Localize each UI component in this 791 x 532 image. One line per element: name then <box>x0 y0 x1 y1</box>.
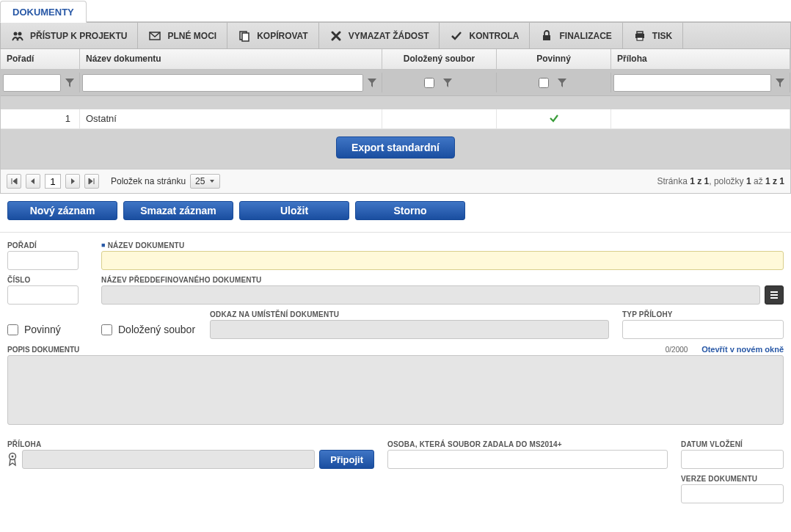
table-row[interactable]: 1 Ostatní <box>1 109 790 129</box>
svg-point-0 <box>14 32 18 35</box>
checkbox-dolozeny[interactable] <box>101 324 112 335</box>
input-verze[interactable] <box>681 484 784 503</box>
export-button[interactable]: Export standardní <box>336 136 455 158</box>
delete-record-button[interactable]: Smazat záznam <box>123 201 233 220</box>
col-header-priloha[interactable]: Příloha <box>611 49 790 69</box>
filter-dolozeny-checkbox[interactable] <box>424 78 434 88</box>
svg-rect-9 <box>770 291 778 293</box>
input-datum-vlozeni[interactable] <box>681 450 784 469</box>
pager-info: Stránka 1 z 1, položky 1 až 1 z 1 <box>657 176 784 186</box>
filter-priloha-input[interactable] <box>613 74 771 92</box>
input-typ-prilohy[interactable] <box>622 320 784 339</box>
filter-poradi-input[interactable] <box>3 74 61 92</box>
cell-povinny <box>497 109 611 128</box>
checkbox-povinny[interactable] <box>7 324 18 335</box>
toolbar-finalizace[interactable]: FINALIZACE <box>530 23 622 48</box>
copy-icon <box>238 29 251 43</box>
toolbar-kontrola[interactable]: KONTROLA <box>440 23 530 48</box>
toolbar-plnemoci[interactable]: PLNÉ MOCI <box>138 23 227 48</box>
toolbar-label: VYMAZAT ŽÁDOST <box>349 31 429 41</box>
col-header-poradi[interactable]: Pořadí <box>1 49 80 69</box>
label-cislo: ČÍSLO <box>7 276 88 284</box>
cell-dolozeny <box>382 109 497 128</box>
toolbar-pristup[interactable]: PŘÍSTUP K PROJEKTU <box>1 23 138 48</box>
cancel-button[interactable]: Storno <box>355 201 465 220</box>
filter-icon[interactable] <box>440 74 455 92</box>
checkmark-icon <box>549 113 559 123</box>
textarea-popis[interactable] <box>7 355 784 425</box>
lookup-button[interactable] <box>765 285 784 305</box>
cell-poradi: 1 <box>1 109 80 128</box>
toolbar-vymazat[interactable]: VYMAZAT ŽÁDOST <box>319 23 440 48</box>
print-icon <box>633 29 646 43</box>
svg-rect-5 <box>543 35 550 40</box>
label-typ-prilohy: TYP PŘÍLOHY <box>622 310 784 318</box>
new-record-button[interactable]: Nový záznam <box>7 201 117 220</box>
label-datum-vlozeni: DATUM VLOŽENÍ <box>681 440 784 448</box>
toolbar-label: KONTROLA <box>469 31 519 41</box>
toolbar-kopirovat[interactable]: KOPÍROVAT <box>227 23 319 48</box>
toolbar-label: PŘÍSTUP K PROJEKTU <box>30 31 127 41</box>
attach-button[interactable]: Připojit <box>319 450 374 469</box>
open-new-window-link[interactable]: Otevřít v novém okně <box>701 345 784 354</box>
col-header-povinny[interactable]: Povinný <box>497 49 611 69</box>
label-osoba: OSOBA, KTERÁ SOUBOR ZADALA DO MS2014+ <box>387 440 668 448</box>
label-verze: VERZE DOKUMENTU <box>681 475 784 483</box>
toolbar-label: KOPÍROVAT <box>257 31 308 41</box>
filter-icon[interactable] <box>62 74 77 92</box>
pager-perpage-label: Položek na stránku <box>111 176 186 186</box>
input-cislo[interactable] <box>7 285 79 305</box>
svg-point-13 <box>12 456 14 458</box>
svg-rect-10 <box>770 294 778 296</box>
chevron-down-icon <box>209 178 215 184</box>
col-header-dolozeny[interactable]: Doložený soubor <box>382 49 497 69</box>
lock-icon <box>540 29 553 43</box>
save-button[interactable]: Uložit <box>239 201 349 220</box>
pager-perpage-select[interactable]: 25 <box>190 174 220 189</box>
svg-rect-7 <box>637 32 643 34</box>
cell-priloha <box>611 109 790 128</box>
cell-nazev: Ostatní <box>80 109 382 128</box>
pager-first-button[interactable] <box>7 174 21 189</box>
input-osoba[interactable] <box>387 450 668 469</box>
filter-nazev-input[interactable] <box>82 74 363 92</box>
pager-last-button[interactable] <box>84 174 99 189</box>
document-form: POŘADÍ NÁZEV DOKUMENTU ČÍSLO NÁZEV PŘEDD… <box>0 241 791 518</box>
delete-x-icon <box>329 29 343 43</box>
svg-rect-8 <box>637 37 643 40</box>
svg-rect-4 <box>242 33 249 41</box>
pager-page-input[interactable] <box>45 174 61 189</box>
input-odkaz[interactable] <box>210 320 609 339</box>
label-nazev-dokumentu: NÁZEV DOKUMENTU <box>101 241 784 249</box>
input-poradi[interactable] <box>7 251 79 270</box>
checkbox-povinny-label: Povinný <box>24 324 61 335</box>
toolbar: PŘÍSTUP K PROJEKTU PLNÉ MOCI KOPÍROVAT V… <box>0 22 791 49</box>
svg-rect-11 <box>770 297 778 299</box>
popis-counter: 0/2000 <box>666 346 688 354</box>
toolbar-label: PLNÉ MOCI <box>167 31 216 41</box>
checkbox-povinny-wrapper[interactable]: Povinný <box>7 320 88 339</box>
checkbox-dolozeny-label: Doložený soubor <box>118 324 195 335</box>
toolbar-tisk[interactable]: TISK <box>623 23 683 48</box>
filter-icon[interactable] <box>555 74 569 92</box>
checkbox-dolozeny-wrapper[interactable]: Doložený soubor <box>101 320 197 339</box>
filter-povinny-checkbox[interactable] <box>539 78 549 88</box>
input-nazev-preddef[interactable] <box>101 285 760 305</box>
label-priloha: PŘÍLOHA <box>7 440 374 448</box>
toolbar-label: TISK <box>652 31 672 41</box>
attachment-badge-icon <box>7 452 18 467</box>
filter-icon[interactable] <box>773 74 787 92</box>
pager-prev-button[interactable] <box>26 174 40 189</box>
people-icon <box>11 29 24 43</box>
list-icon <box>769 290 779 300</box>
label-poradi: POŘADÍ <box>7 241 88 249</box>
tab-dokumenty[interactable]: DOKUMENTY <box>0 1 87 23</box>
filter-icon[interactable] <box>365 74 379 92</box>
input-priloha[interactable] <box>22 450 315 469</box>
documents-grid: Pořadí Název dokumentu Doložený soubor P… <box>0 49 791 194</box>
toolbar-label: FINALIZACE <box>559 31 611 41</box>
input-nazev-dokumentu[interactable] <box>101 251 784 270</box>
col-header-nazev[interactable]: Název dokumentu <box>80 49 382 69</box>
pager-next-button[interactable] <box>65 174 80 189</box>
label-odkaz: ODKAZ NA UMÍSTĚNÍ DOKUMENTU <box>210 310 609 318</box>
